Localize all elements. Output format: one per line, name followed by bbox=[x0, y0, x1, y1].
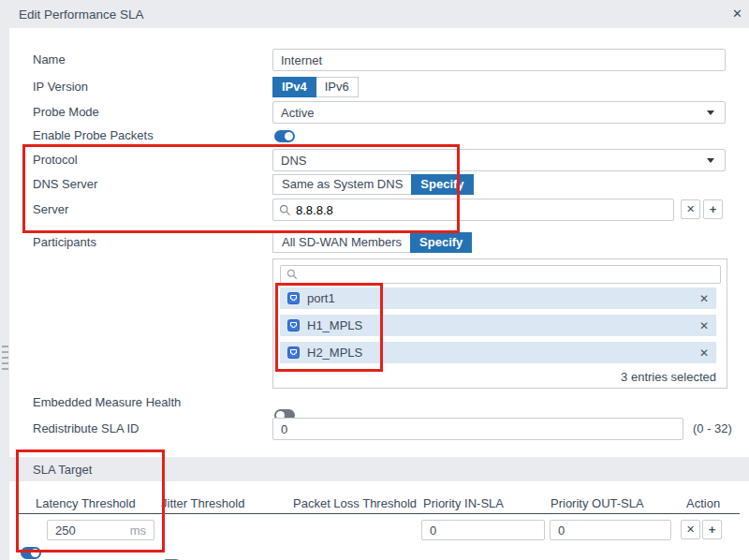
probe-mode-value: Active bbox=[281, 106, 314, 120]
priority-in-sla-header: Priority IN-SLA bbox=[423, 496, 504, 510]
dns-server-segmented: Same as System DNS Specify bbox=[272, 174, 474, 195]
server-label: Server bbox=[33, 202, 68, 217]
server-input[interactable] bbox=[296, 199, 668, 220]
participants-segmented: All SD-WAN Members Specify bbox=[272, 232, 472, 253]
remove-icon[interactable]: ✕ bbox=[699, 319, 709, 332]
name-label: Name bbox=[33, 52, 66, 67]
add-icon: + bbox=[710, 202, 717, 216]
priority-out-sla-header: Priority OUT-SLA bbox=[551, 496, 644, 510]
priority-in-sla-input[interactable] bbox=[421, 520, 545, 540]
remove-icon[interactable]: ✕ bbox=[699, 346, 709, 360]
dns-specify-option[interactable]: Specify bbox=[411, 174, 473, 195]
member-row-port1[interactable]: port1 ✕ bbox=[280, 287, 716, 309]
interface-icon bbox=[287, 292, 300, 304]
chevron-down-icon bbox=[707, 158, 714, 163]
member-name: H2_MPLS bbox=[307, 346, 362, 360]
interface-icon bbox=[287, 319, 300, 332]
server-search-field[interactable] bbox=[272, 199, 674, 221]
sla-row-add-button[interactable]: + bbox=[702, 520, 722, 539]
member-row-h2-mpls[interactable]: H2_MPLS ✕ bbox=[280, 342, 716, 363]
search-icon bbox=[286, 269, 298, 280]
add-icon: + bbox=[709, 523, 716, 537]
jitter-threshold-header: Jitter Threshold bbox=[161, 496, 244, 510]
probe-mode-select[interactable]: Active bbox=[272, 101, 726, 124]
priority-out-sla-input[interactable] bbox=[550, 520, 671, 540]
sla-target-section-header: SLA Target bbox=[9, 457, 749, 481]
probe-mode-label: Probe Mode bbox=[33, 105, 99, 120]
participants-label: Participants bbox=[33, 235, 96, 250]
header-divider bbox=[16, 513, 740, 514]
close-icon[interactable]: ✕ bbox=[732, 7, 742, 21]
latency-unit: ms bbox=[130, 523, 146, 538]
member-row-h1-mpls[interactable]: H1_MPLS ✕ bbox=[280, 315, 716, 336]
same-as-system-dns-option[interactable]: Same as System DNS bbox=[272, 174, 412, 195]
all-sdwan-members-option[interactable]: All SD-WAN Members bbox=[272, 232, 411, 253]
name-input[interactable] bbox=[272, 49, 726, 71]
server-remove-button[interactable]: ✕ bbox=[681, 199, 700, 219]
protocol-select[interactable]: DNS bbox=[272, 149, 726, 171]
redistribute-sla-id-range-hint: (0 - 32) bbox=[693, 421, 732, 436]
packet-loss-threshold-header: Packet Loss Threshold bbox=[293, 496, 417, 510]
remove-icon: ✕ bbox=[686, 203, 695, 215]
enable-probe-packets-label: Enable Probe Packets bbox=[33, 128, 154, 143]
redistribute-sla-id-label: Redistribute SLA ID bbox=[33, 421, 139, 436]
resize-grip-icon[interactable] bbox=[2, 346, 10, 370]
member-search-input[interactable] bbox=[302, 266, 714, 283]
latency-threshold-value: 250 bbox=[55, 523, 76, 538]
search-icon bbox=[279, 204, 291, 216]
latency-threshold-header: Latency Threshold bbox=[36, 496, 136, 510]
latency-threshold-toggle[interactable] bbox=[21, 547, 41, 559]
ipv6-option[interactable]: IPv6 bbox=[316, 77, 359, 97]
interface-icon bbox=[287, 346, 300, 359]
ipv4-option[interactable]: IPv4 bbox=[272, 77, 316, 97]
server-add-button[interactable]: + bbox=[703, 199, 723, 219]
enable-probe-packets-toggle[interactable] bbox=[274, 130, 295, 142]
dialog-titlebar: Edit Performance SLA ✕ bbox=[0, 0, 749, 28]
redistribute-sla-id-input[interactable] bbox=[272, 418, 683, 440]
embedded-measure-health-label: Embedded Measure Health bbox=[33, 395, 181, 410]
dialog-title: Edit Performance SLA bbox=[19, 7, 144, 22]
member-search-field[interactable] bbox=[280, 265, 721, 284]
remove-icon: ✕ bbox=[686, 523, 695, 536]
remove-icon[interactable]: ✕ bbox=[699, 292, 709, 305]
sla-row-remove-button[interactable]: ✕ bbox=[681, 520, 700, 539]
ip-version-segmented: IPv4 IPv6 bbox=[272, 77, 359, 97]
latency-threshold-field[interactable]: 250 ms bbox=[47, 520, 154, 540]
member-name: port1 bbox=[307, 291, 335, 305]
member-name: H1_MPLS bbox=[307, 318, 362, 332]
dns-server-label: DNS Server bbox=[33, 177, 97, 192]
protocol-label: Protocol bbox=[33, 153, 78, 168]
entries-selected-note: 3 entries selected bbox=[621, 370, 716, 384]
action-header: Action bbox=[686, 496, 720, 510]
participants-specify-option[interactable]: Specify bbox=[410, 232, 472, 253]
sla-target-title: SLA Target bbox=[33, 463, 92, 477]
protocol-value: DNS bbox=[281, 154, 306, 168]
chevron-down-icon bbox=[707, 111, 714, 115]
ip-version-label: IP Version bbox=[33, 80, 88, 95]
